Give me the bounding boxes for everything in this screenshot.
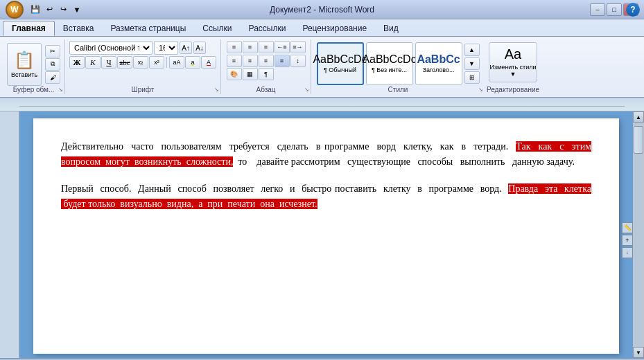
scroll-down-arrow[interactable]: ▼: [633, 347, 644, 358]
style-heading-preview: AaBbCc: [417, 54, 460, 65]
scroll-thumb[interactable]: [634, 126, 643, 154]
font-color-button[interactable]: А: [201, 56, 216, 69]
bold-button[interactable]: Ж: [69, 56, 85, 69]
font-expand-icon[interactable]: ↘: [214, 87, 219, 93]
styles-label: Стили: [388, 86, 408, 93]
paragraph-1[interactable]: Действительно часто пользователям требуе…: [61, 139, 591, 170]
copy-button[interactable]: ⧉: [45, 58, 60, 71]
strikethrough-button[interactable]: abc: [117, 56, 132, 69]
style-nospacing-preview: AaBbCcDc: [362, 54, 416, 65]
zoom-out-btn[interactable]: -: [622, 247, 633, 258]
view-ruler-btn[interactable]: 📏: [622, 222, 633, 233]
border-btn[interactable]: ▦: [243, 68, 258, 80]
paste-button[interactable]: 📋 Вставить: [7, 43, 42, 86]
minimize-button[interactable]: –: [590, 3, 605, 16]
cut-button[interactable]: ✂: [45, 45, 60, 57]
clipboard-expand-icon[interactable]: ↘: [58, 87, 63, 93]
title-bar-left: W 💾 ↩ ↪ ▼: [6, 1, 83, 19]
font-family-row: Calibri (Основной те... 16 A↑ A↓: [69, 41, 206, 55]
font-format-row: Ж К Ч abc х₂ х² аА а А: [69, 56, 216, 69]
p1-text1: Действительно часто пользователям требуе…: [61, 141, 516, 152]
top-ruler: [0, 98, 644, 111]
font-group: Calibri (Основной те... 16 A↑ A↓ Ж К Ч a…: [65, 39, 221, 94]
paragraph-group: ≡ ≡ ≡ ←≡ ≡→ ≡ ≡ ≡ ≡ ↕ 🎨 ▦ ¶ Абзац: [221, 39, 311, 94]
font-label: Шрифт: [132, 86, 155, 93]
clipboard-group: 📋 Вставить ✂ ⧉ 🖌 Буфер обм... ↘: [3, 39, 65, 94]
tab-references[interactable]: Ссылки: [194, 21, 240, 36]
office-button[interactable]: W: [6, 1, 24, 19]
pilcrow-btn[interactable]: ¶: [259, 68, 274, 80]
vertical-scrollbar[interactable]: ▲ ▼: [633, 111, 644, 358]
document-page[interactable]: Действительно часто пользователям требуе…: [33, 118, 619, 354]
font-family-select[interactable]: Calibri (Основной те...: [69, 41, 153, 55]
decrease-font-btn[interactable]: A↓: [193, 42, 206, 54]
decrease-indent-btn[interactable]: ←≡: [275, 41, 290, 53]
style-normal[interactable]: AaBbCcDc ¶ Обычный: [317, 42, 364, 85]
document-scroll-area[interactable]: Действительно часто пользователям требуе…: [19, 111, 633, 358]
ruler-marks: [19, 103, 625, 109]
change-styles-button[interactable]: Aa Изменить стили ▼: [489, 42, 537, 82]
shading-btn[interactable]: 🎨: [227, 68, 242, 80]
align-right-btn[interactable]: ≡: [259, 55, 274, 67]
document-container: Действительно часто пользователям требуе…: [0, 111, 644, 358]
tab-view[interactable]: Вид: [375, 21, 407, 36]
zoom-in-btn[interactable]: +: [622, 235, 633, 246]
superscript-button[interactable]: х²: [149, 56, 164, 69]
paragraph-label: Абзац: [256, 86, 275, 93]
styles-scroll-controls: ▲ ▼ ⊞: [464, 44, 480, 84]
p2-text1: Первый способ. Данный способ позволяет л…: [61, 183, 508, 194]
style-no-spacing[interactable]: AaBbCcDc ¶ Без инте...: [366, 42, 413, 85]
justify-btn[interactable]: ≡: [275, 55, 290, 67]
redo-quick-btn[interactable]: ↪: [57, 3, 69, 16]
paragraph-expand-icon[interactable]: ↘: [304, 87, 309, 93]
paragraph-group-inner: ≡ ≡ ≡ ←≡ ≡→ ≡ ≡ ≡ ≡ ↕ 🎨 ▦ ¶: [227, 41, 306, 93]
styles-scroll-up[interactable]: ▲: [464, 44, 480, 56]
highlight-color-button[interactable]: а: [185, 56, 200, 69]
undo-quick-btn[interactable]: ↩: [43, 3, 55, 16]
bullets-btn[interactable]: ≡: [227, 41, 242, 53]
format-painter-button[interactable]: 🖌: [45, 71, 60, 84]
help-button[interactable]: ?: [626, 3, 640, 17]
quick-access-toolbar: 💾 ↩ ↪ ▼: [29, 3, 83, 16]
italic-button[interactable]: К: [85, 56, 101, 69]
multilevel-list-btn[interactable]: ≡: [259, 41, 274, 53]
style-heading-label: Заголово...: [423, 66, 455, 73]
paste-icon: 📋: [14, 51, 35, 70]
font-divider: [166, 57, 167, 68]
qa-dropdown-btn[interactable]: ▼: [71, 3, 83, 16]
tab-home[interactable]: Главная: [3, 21, 55, 36]
paste-label: Вставить: [11, 71, 37, 78]
scroll-track[interactable]: [633, 123, 644, 347]
style-normal-preview: AaBbCcDc: [313, 54, 367, 65]
styles-expand-icon[interactable]: ↘: [478, 87, 483, 93]
maximize-button[interactable]: □: [607, 3, 622, 16]
editing-group: Aa Изменить стили ▼ Редактирование: [485, 39, 541, 94]
font-size-select[interactable]: 16: [154, 41, 178, 55]
paragraph-2[interactable]: Первый способ. Данный способ позволяет л…: [61, 181, 591, 213]
save-quick-btn[interactable]: 💾: [29, 3, 42, 16]
style-normal-label: ¶ Обычный: [324, 66, 356, 73]
subscript-button[interactable]: х₂: [133, 56, 148, 69]
style-heading1[interactable]: AaBbCc Заголово...: [415, 42, 462, 85]
increase-indent-btn[interactable]: ≡→: [290, 41, 306, 53]
styles-scroll-down[interactable]: ▼: [464, 57, 480, 70]
tab-mailings[interactable]: Рассылки: [241, 21, 295, 36]
style-nospacing-label: ¶ Без инте...: [372, 66, 407, 73]
clipboard-label: Буфер обм...: [13, 86, 55, 93]
align-left-btn[interactable]: ≡: [227, 55, 242, 67]
editing-label: Редактирование: [487, 86, 539, 93]
scroll-up-arrow[interactable]: ▲: [633, 111, 644, 123]
title-bar: W 💾 ↩ ↪ ▼ Документ2 - Microsoft Word – □…: [0, 0, 644, 19]
tab-pagelayout[interactable]: Разметка страницы: [102, 21, 194, 36]
change-styles-icon: Aa: [505, 46, 521, 62]
increase-font-btn[interactable]: A↑: [180, 42, 192, 54]
numbered-list-btn[interactable]: ≡: [243, 41, 258, 53]
align-center-btn[interactable]: ≡: [243, 55, 258, 67]
styles-expand[interactable]: ⊞: [464, 71, 480, 84]
underline-button[interactable]: Ч: [101, 56, 116, 69]
line-spacing-btn[interactable]: ↕: [290, 55, 306, 67]
text-effects-button[interactable]: аА: [169, 56, 184, 69]
font-group-inner: Calibri (Основной те... 16 A↑ A↓ Ж К Ч a…: [69, 41, 216, 93]
tab-insert[interactable]: Вставка: [55, 21, 103, 36]
tab-review[interactable]: Рецензирование: [294, 21, 375, 36]
